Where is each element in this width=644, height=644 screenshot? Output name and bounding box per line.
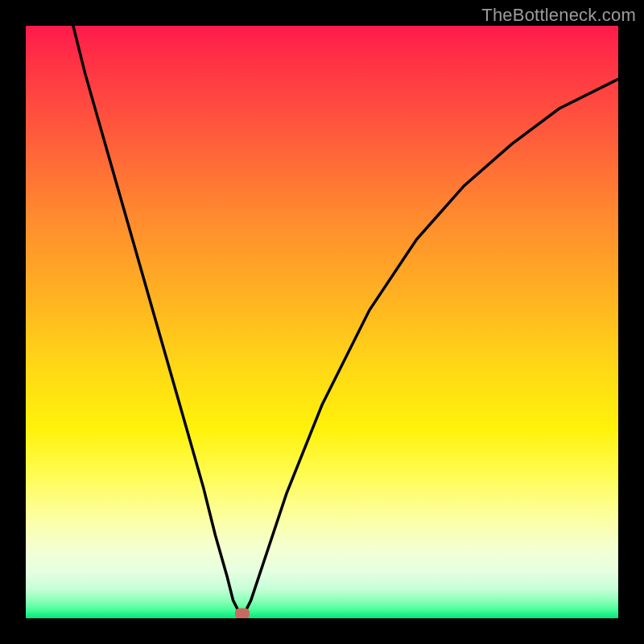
optimum-marker xyxy=(235,609,250,618)
chart-plot-area xyxy=(26,26,618,618)
chart-frame: TheBottleneck.com xyxy=(0,0,644,644)
curve-path xyxy=(73,26,618,613)
bottleneck-curve xyxy=(26,26,618,618)
watermark-text: TheBottleneck.com xyxy=(481,5,636,26)
